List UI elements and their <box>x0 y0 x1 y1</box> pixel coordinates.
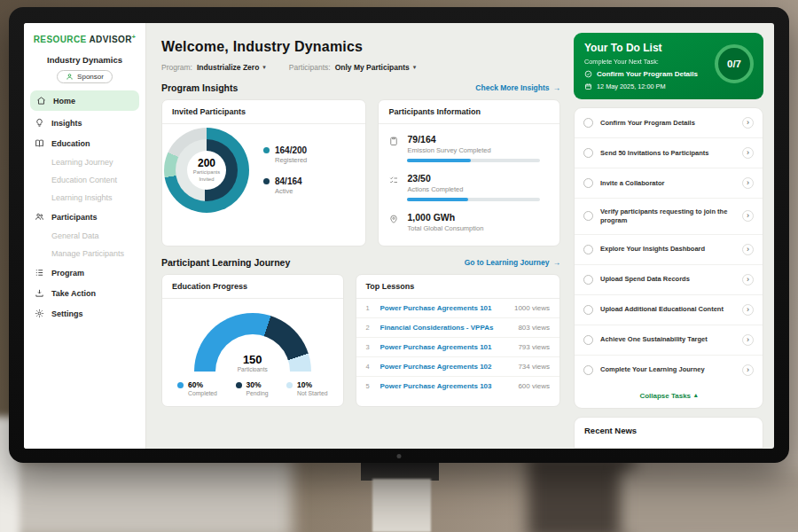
sidebar-item-learning-insights[interactable]: Learning Insights <box>24 189 145 207</box>
lesson-rank: 4 <box>366 363 372 371</box>
task-label: Complete Your Learning Journey <box>600 365 735 374</box>
donut-center-label: Participants Invited <box>189 169 224 183</box>
clipboard-icon <box>388 136 399 146</box>
sidebar-item-general-data[interactable]: General Data <box>24 227 145 245</box>
stat-label: Emission Survey Completed <box>407 146 540 154</box>
sidebar-item-take-action[interactable]: Take Action <box>24 283 145 303</box>
chevron-right-icon[interactable]: › <box>742 274 754 286</box>
lesson-views: 734 views <box>518 363 550 371</box>
chevron-right-icon[interactable]: › <box>742 177 754 189</box>
sidebar-item-label: Take Action <box>51 289 96 298</box>
checkbox[interactable] <box>583 245 593 254</box>
checkbox[interactable] <box>583 178 593 188</box>
checkbox[interactable] <box>583 211 593 221</box>
monitor-bezel: RESOURCE ADVISOR+ Industry Dynamics Spon… <box>9 7 789 463</box>
legend-dot-active <box>263 178 270 184</box>
section-title: Participant Learning Journey <box>161 257 290 268</box>
sidebar-item-label: Education <box>51 139 90 148</box>
sidebar-item-participants[interactable]: Participants <box>24 207 145 227</box>
task-row[interactable]: Upload Spend Data Records › <box>575 265 763 295</box>
gauge-center-label: Participants <box>194 366 311 372</box>
legend-item: 164/200 Registered <box>263 145 307 164</box>
chevron-right-icon[interactable]: › <box>742 364 754 376</box>
program-filter-value: Industrialize Zero <box>197 63 259 72</box>
todo-panel: Your To Do List Complete Your Next Task:… <box>572 23 774 449</box>
task-row[interactable]: Upload Additional Educational Content › <box>575 295 763 325</box>
lesson-title-link[interactable]: Power Purchase Agreements 101 <box>380 304 506 312</box>
chevron-right-icon[interactable]: › <box>742 244 754 255</box>
background-shadow <box>528 452 634 532</box>
checkbox[interactable] <box>583 118 593 128</box>
legend-value: 84/164 <box>275 176 302 186</box>
participants-filter[interactable]: Participants: Only My Participants ▾ <box>289 63 416 72</box>
chevron-right-icon[interactable]: › <box>742 210 754 222</box>
sidebar: RESOURCE ADVISOR+ Industry Dynamics Spon… <box>24 23 146 449</box>
learning-journey-header: Participant Learning Journey Go to Learn… <box>161 257 560 268</box>
lesson-title-link[interactable]: Power Purchase Agreements 102 <box>380 363 511 371</box>
sidebar-item-label: Insights <box>51 119 82 128</box>
monitor-stand-column <box>372 479 431 532</box>
top-lessons-card: Top Lessons 1 Power Purchase Agreements … <box>356 274 560 407</box>
gear-icon <box>35 309 44 318</box>
sponsor-badge[interactable]: Sponsor <box>57 70 113 83</box>
lesson-title-link[interactable]: Financial Considerations - VPPAs <box>380 324 511 332</box>
stat-global-consumption: 1,000 GWh Total Global Consumption <box>388 212 550 232</box>
list-item: 1 Power Purchase Agreements 101 1000 vie… <box>356 299 559 318</box>
chevron-right-icon[interactable]: › <box>742 147 754 159</box>
task-row[interactable]: Achieve One Sustainability Target › <box>575 325 763 356</box>
invited-donut-chart: 200 Participants Invited <box>164 128 249 213</box>
lesson-rank: 1 <box>366 304 372 312</box>
list-item: 3 Power Purchase Agreements 101 793 view… <box>356 338 559 357</box>
sidebar-item-settings[interactable]: Settings <box>24 303 145 324</box>
learning-cards-row: Education Progress 150 Participants <box>161 274 560 407</box>
legend-item: 84/164 Active <box>263 176 307 195</box>
arrow-right-icon: → <box>553 83 561 92</box>
program-filter[interactable]: Program: Industrialize Zero ▾ <box>161 63 266 72</box>
lesson-rank: 2 <box>366 324 372 332</box>
checkbox[interactable] <box>583 335 593 345</box>
task-row[interactable]: Explore Your Insights Dashboard › <box>575 235 763 265</box>
task-row[interactable]: Complete Your Learning Journey › <box>575 356 763 385</box>
card-title: Education Progress <box>162 275 343 299</box>
sidebar-item-education[interactable]: Education <box>24 133 145 153</box>
donut-center: 200 Participants Invited <box>187 151 226 190</box>
chevron-right-icon[interactable]: › <box>742 117 754 129</box>
lightbulb-icon <box>35 118 44 128</box>
sidebar-item-learning-journey[interactable]: Learning Journey <box>24 153 145 171</box>
go-to-learning-journey-link[interactable]: Go to Learning Journey → <box>465 258 560 267</box>
legend-label: Pending <box>246 390 269 396</box>
lesson-rank: 3 <box>366 343 372 351</box>
task-label: Achieve One Sustainability Target <box>600 335 735 344</box>
gauge-legend: 60% Completed 30% Pending 10% <box>172 373 333 398</box>
chevron-right-icon[interactable]: › <box>742 304 754 316</box>
sidebar-item-education-content[interactable]: Education Content <box>24 171 145 189</box>
checkbox[interactable] <box>583 148 593 158</box>
sidebar-item-insights[interactable]: Insights <box>24 113 145 133</box>
checkbox[interactable] <box>583 365 593 375</box>
donut-center-value: 200 <box>198 157 215 169</box>
legend-dot-not-started <box>286 382 293 388</box>
lessons-list: 1 Power Purchase Agreements 101 1000 vie… <box>356 299 559 395</box>
sidebar-item-home[interactable]: Home <box>30 90 139 111</box>
task-row[interactable]: Confirm Your Program Details › <box>575 108 763 138</box>
stat-actions-completed: 23/50 Actions Completed <box>388 173 550 201</box>
legend-dot-completed <box>177 382 184 388</box>
task-row[interactable]: Send 50 Invitations to Participants › <box>575 138 763 168</box>
sidebar-item-program[interactable]: Program <box>24 262 145 283</box>
task-label: Invite a Collaborator <box>600 179 735 188</box>
chevron-right-icon[interactable]: › <box>742 334 754 346</box>
sidebar-item-manage-participants[interactable]: Manage Participants <box>24 245 145 262</box>
task-row[interactable]: Verify participants requesting to join t… <box>575 199 763 235</box>
collapse-tasks-link[interactable]: Collapse Tasks ▴ <box>575 385 763 408</box>
lesson-title-link[interactable]: Power Purchase Agreements 101 <box>380 343 511 351</box>
checkbox[interactable] <box>583 305 593 315</box>
task-row[interactable]: Invite a Collaborator › <box>575 168 763 199</box>
checkbox[interactable] <box>583 275 593 285</box>
lesson-title-link[interactable]: Power Purchase Agreements 103 <box>380 382 511 390</box>
legend-label: Completed <box>188 390 217 396</box>
sidebar-item-label: Learning Insights <box>51 193 113 202</box>
brand-plus: + <box>132 34 137 40</box>
legend-item: 30% Pending <box>236 380 269 396</box>
check-more-insights-link[interactable]: Check More Insights → <box>475 83 560 92</box>
chevron-up-icon: ▴ <box>694 392 698 399</box>
